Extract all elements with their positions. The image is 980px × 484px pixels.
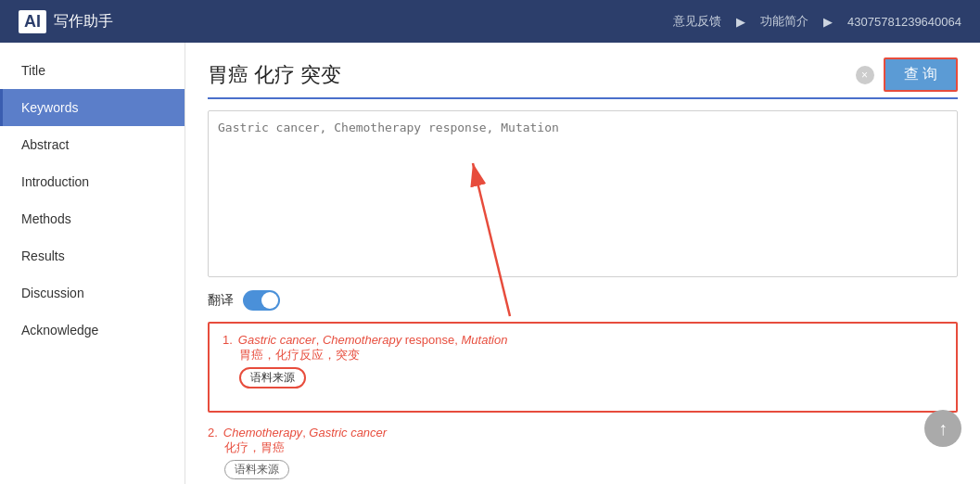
result-2-number: 2. bbox=[208, 426, 218, 439]
header-nav: 意见反馈 ▶ 功能简介 ▶ 43075781239640064 bbox=[673, 13, 961, 30]
result-1-number: 1. bbox=[223, 333, 233, 347]
result-2-en: Chemotherapy, Gastric cancer bbox=[223, 426, 387, 439]
toggle-knob bbox=[261, 292, 278, 309]
scroll-up-icon: ↑ bbox=[938, 418, 948, 439]
keywords-textarea[interactable] bbox=[208, 110, 958, 277]
translate-row: 翻译 bbox=[208, 290, 958, 311]
result-1-en: Gastric cancer, Chemotherapy response, M… bbox=[238, 333, 508, 347]
source-badge-2[interactable]: 语料来源 bbox=[224, 460, 289, 479]
sidebar-item-discussion[interactable]: Discussion bbox=[0, 274, 185, 312]
user-id: 43075781239640064 bbox=[847, 15, 961, 29]
result-2-zh: 化疗，胃癌 bbox=[224, 439, 958, 456]
scroll-up-button[interactable]: ↑ bbox=[924, 410, 961, 447]
nav-arrow-1: ▶ bbox=[736, 15, 745, 29]
sidebar: Title Keywords Abstract Introduction Met… bbox=[0, 43, 185, 484]
result-item-2: 2. Chemotherapy, Gastric cancer 化疗，胃癌 语料… bbox=[208, 426, 958, 484]
clear-button[interactable]: × bbox=[856, 66, 874, 84]
sidebar-item-keywords[interactable]: Keywords bbox=[0, 89, 185, 126]
source-badge-1[interactable]: 语料来源 bbox=[239, 367, 306, 388]
main-layout: Title Keywords Abstract Introduction Met… bbox=[0, 43, 980, 484]
result-1-zh: 胃癌，化疗反应，突变 bbox=[239, 347, 943, 363]
result-item-1: 1. Gastric cancer, Chemotherapy response… bbox=[223, 333, 943, 388]
sidebar-item-results[interactable]: Results bbox=[0, 237, 185, 274]
header: AI 写作助手 意见反馈 ▶ 功能简介 ▶ 43075781239640064 bbox=[0, 0, 980, 43]
feedback-link[interactable]: 意见反馈 bbox=[673, 13, 721, 30]
logo-icon: AI bbox=[19, 10, 46, 33]
features-link[interactable]: 功能简介 bbox=[760, 13, 808, 30]
sidebar-item-title[interactable]: Title bbox=[0, 52, 185, 89]
translate-label: 翻译 bbox=[208, 292, 234, 309]
search-text[interactable]: 胃癌 化疗 突变 bbox=[208, 61, 856, 89]
query-button[interactable]: 查 询 bbox=[884, 57, 958, 92]
logo-text: 写作助手 bbox=[54, 12, 113, 32]
results-box: 1. Gastric cancer, Chemotherapy response… bbox=[208, 322, 958, 413]
content-area: 胃癌 化疗 突变 × 查 询 翻译 1. Gastric cancer, Che… bbox=[185, 43, 980, 484]
sidebar-item-introduction[interactable]: Introduction bbox=[0, 163, 185, 200]
sidebar-item-abstract[interactable]: Abstract bbox=[0, 126, 185, 163]
nav-arrow-2: ▶ bbox=[823, 15, 833, 29]
sidebar-item-acknowledge[interactable]: Acknowledge bbox=[0, 312, 185, 349]
logo: AI 写作助手 bbox=[19, 10, 113, 33]
sidebar-item-methods[interactable]: Methods bbox=[0, 200, 185, 237]
translate-toggle[interactable] bbox=[243, 290, 280, 311]
search-bar: 胃癌 化疗 突变 × 查 询 bbox=[208, 57, 958, 99]
